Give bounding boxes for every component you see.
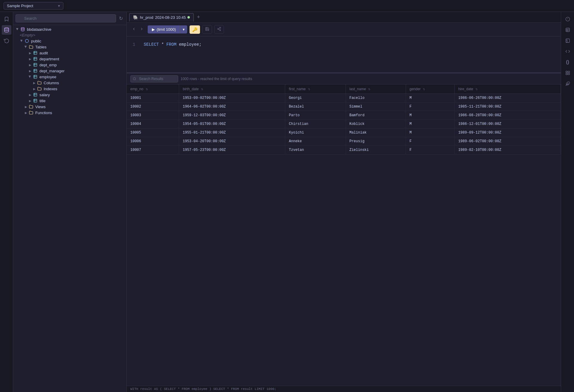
tab-hr-prod[interactable]: 🐘 hr_prod 2024-08-23 10:45 [129, 13, 194, 22]
tree-item-dept-manager[interactable]: ▶ dept_manager [13, 68, 126, 74]
add-tab-button[interactable]: + [195, 13, 202, 22]
cell-birth-date: 1953-04-20T00:00:00Z [179, 137, 285, 146]
col-birth-date[interactable]: birth_date ⇅ [179, 85, 285, 94]
table-icon [33, 50, 38, 55]
cell-hire-date: 1989-09-12T00:00:00Z [454, 128, 561, 137]
tree-item-public[interactable]: ▶ public [13, 38, 126, 44]
tree-item-bbdataarchive[interactable]: ▶ bbdataarchive [13, 26, 126, 32]
tree-item-empty: <Empty> [13, 32, 126, 38]
tree-item-dept-emp[interactable]: ▶ dept_emp [13, 62, 126, 68]
chevron-right-icon: ▶ [32, 81, 36, 85]
cell-first-name: Chirstian [285, 120, 346, 128]
svg-rect-10 [34, 63, 37, 67]
svg-rect-35 [566, 28, 570, 32]
parens-icon-btn[interactable]: () [563, 57, 573, 67]
cell-first-name: Anneke [285, 137, 346, 146]
cell-first-name: Parto [285, 111, 346, 120]
col-last-name[interactable]: last_name ⇅ [346, 85, 406, 94]
cell-emp-no: 10002 [127, 102, 179, 111]
chevron-down-icon: ▶ [28, 75, 32, 79]
nav-back-button[interactable] [130, 26, 138, 33]
tree-label-dept-emp: dept_emp [39, 63, 57, 67]
cell-gender: M [406, 120, 454, 128]
tree-item-title[interactable]: ▶ title [13, 98, 126, 104]
nav-forward-button[interactable] [138, 26, 145, 33]
svg-point-0 [4, 28, 9, 29]
tree-item-audit[interactable]: ▶ audit [13, 50, 126, 56]
tree-label-department: department [39, 57, 59, 61]
cell-gender: M [406, 128, 454, 137]
svg-line-31 [135, 79, 136, 80]
query-editor[interactable]: 1 SELECT * FROM employee; [127, 36, 561, 72]
table-row[interactable]: 100031959-12-03T00:00:00ZPartoBamfordM19… [127, 111, 561, 120]
history-icon-btn[interactable] [2, 36, 11, 45]
table-icon [33, 92, 38, 97]
tree-item-department[interactable]: ▶ department [13, 56, 126, 62]
schema-icon [25, 39, 29, 43]
tree-label-public: public [31, 39, 41, 43]
svg-point-27 [220, 30, 221, 31]
tree-item-columns[interactable]: ▶ Columns [13, 80, 126, 86]
table-icon [33, 74, 38, 79]
chevron-right-icon: ▶ [28, 57, 32, 61]
run-dropdown-button[interactable]: ▾ [180, 25, 187, 33]
share-button[interactable] [214, 25, 224, 34]
run-button[interactable]: ▶ (limit 1000) [148, 25, 180, 33]
results-tbody: 100011953-09-02T00:00:00ZGeorgiFacelloM1… [127, 94, 561, 154]
table-view-icon-btn[interactable] [563, 25, 573, 35]
code-icon-btn[interactable] [563, 47, 573, 56]
grid-icon-btn[interactable] [563, 68, 573, 78]
cell-gender: M [406, 94, 454, 102]
sort-icon: ⇅ [201, 88, 203, 91]
svg-rect-4 [34, 51, 37, 55]
icon-sidebar [0, 12, 13, 392]
cell-last-name: Facello [346, 94, 406, 102]
tree-item-tables[interactable]: ▶ Tables [13, 44, 126, 50]
tree-item-indexes[interactable]: ▶ Indexes [13, 86, 126, 92]
chevron-right-icon: ▶ [28, 93, 32, 97]
database-icon-btn[interactable] [2, 25, 11, 35]
bookmark-icon-btn[interactable] [2, 14, 11, 24]
tree-label-employee: employee [39, 75, 56, 79]
status-bar: WITH result AS ( SELECT * FROM employee … [127, 386, 561, 392]
tree-search-bar: ↻ [13, 12, 126, 25]
tree-search-input[interactable] [16, 14, 116, 22]
tree-item-views[interactable]: ▶ Views [13, 104, 126, 110]
key-button[interactable]: 🔑 [190, 25, 200, 34]
refresh-button[interactable]: ↻ [118, 14, 124, 22]
table-row[interactable]: 100051955-01-21T00:00:00ZKyoichiMaliniak… [127, 128, 561, 137]
col-gender[interactable]: gender ⇅ [406, 85, 454, 94]
cell-emp-no: 10005 [127, 128, 179, 137]
results-search-wrap [130, 75, 178, 82]
tab-dot [187, 16, 190, 19]
cell-hire-date: 1986-12-01T00:00:00Z [454, 120, 561, 128]
chevron-right-icon: ▶ [24, 111, 28, 115]
results-search-input[interactable] [130, 75, 178, 82]
cell-first-name: Kyoichi [285, 128, 346, 137]
col-emp-no[interactable]: emp_no ⇅ [127, 85, 179, 94]
col-first-name[interactable]: first_name ⇅ [285, 85, 346, 94]
cell-gender: F [406, 137, 454, 146]
chart-icon-btn[interactable] [563, 36, 573, 45]
table-row[interactable]: 100041954-05-01T00:00:00ZChirstianKoblic… [127, 120, 561, 128]
tree-item-functions[interactable]: ▶ Functions [13, 110, 126, 116]
cell-last-name: Bamford [346, 111, 406, 120]
table-row[interactable]: 100061953-04-20T00:00:00ZAnnekePreusigF1… [127, 137, 561, 146]
col-hire-date[interactable]: hire_date ⇅ [454, 85, 561, 94]
table-row[interactable]: 100021964-06-02T00:00:00ZBezalelSimmelF1… [127, 102, 561, 111]
info-icon-btn[interactable] [563, 14, 573, 24]
tree-item-employee[interactable]: ▶ employee [13, 74, 126, 80]
status-text: WITH result AS ( SELECT * FROM employee … [130, 387, 276, 391]
table-row[interactable]: 100071957-05-23T00:00:00ZTzvetanZielinsk… [127, 146, 561, 154]
tree-label-indexes: Indexes [44, 87, 57, 91]
puzzle-icon-btn[interactable] [563, 79, 573, 88]
project-selector[interactable]: Sample Project ▾ [4, 2, 63, 10]
table-row[interactable]: 100011953-09-02T00:00:00ZGeorgiFacelloM1… [127, 94, 561, 102]
results-table-wrap[interactable]: emp_no ⇅ birth_date ⇅ first_name ⇅ last_… [127, 85, 561, 386]
cell-hire-date: 1986-06-26T00:00:00Z [454, 94, 561, 102]
sort-icon: ⇅ [423, 88, 425, 91]
cell-emp-no: 10003 [127, 111, 179, 120]
tree-item-salary[interactable]: ▶ salary [13, 92, 126, 98]
main-layout: ↻ ▶ bbdataarchive <Empty> ▶ public [0, 12, 574, 392]
save-button[interactable] [202, 25, 212, 34]
